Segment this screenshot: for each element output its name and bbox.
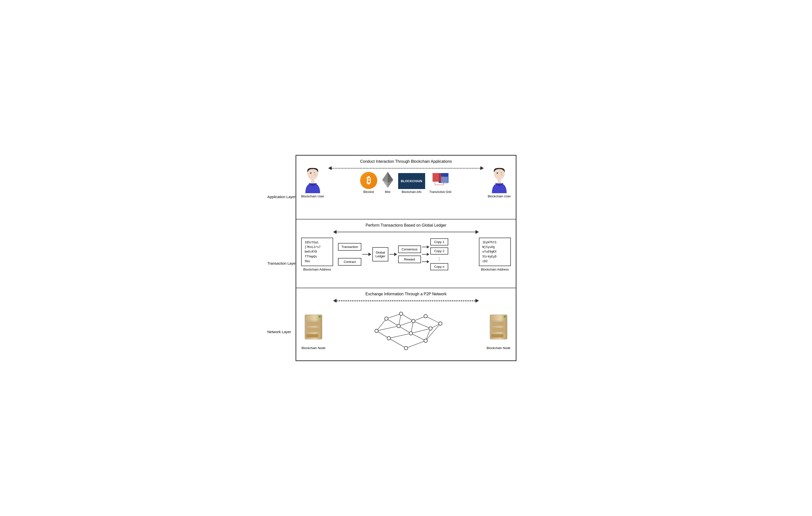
bitcoin-icon: ₿ xyxy=(360,172,377,189)
transactive-label: TransActive Grid xyxy=(430,190,452,194)
svg-line-46 xyxy=(406,341,426,348)
ethereum-icon xyxy=(381,171,395,189)
svg-line-47 xyxy=(426,323,440,341)
tx-arrow xyxy=(333,230,479,234)
svg-point-52 xyxy=(412,319,415,323)
svg-line-43 xyxy=(389,333,411,338)
arrow-copyn xyxy=(422,260,429,263)
consensus-box: Consensus xyxy=(398,246,421,253)
cr-col: Consensus Reward xyxy=(398,246,421,263)
svg-line-44 xyxy=(389,338,406,348)
left-address-box: 1Q5ztGyL j7KxL2rs7 bmVcKYD fTYmpQs 5bo xyxy=(301,238,333,266)
svg-rect-11 xyxy=(441,177,448,183)
left-user-icon xyxy=(302,166,324,193)
svg-line-41 xyxy=(426,328,431,341)
apps-row: ₿ Bitcoind Mist xyxy=(324,171,488,194)
svg-line-35 xyxy=(399,326,411,333)
svg-line-39 xyxy=(426,316,440,323)
layer-labels: Application Layer Transaction Layer Netw… xyxy=(267,155,297,361)
svg-point-23 xyxy=(319,316,321,318)
network-layer-section: Exchange Information Through a P2P Netwo… xyxy=(296,288,516,361)
reward-box: Reward xyxy=(398,256,421,263)
net-arrow-left xyxy=(333,299,337,303)
net-layer-title: Exchange Information Through a P2P Netwo… xyxy=(301,292,511,296)
svg-point-53 xyxy=(424,314,427,318)
svg-line-27 xyxy=(386,314,401,319)
left-server-icon xyxy=(301,312,326,344)
svg-point-50 xyxy=(375,329,378,333)
svg-line-29 xyxy=(386,319,399,326)
right-server-icon xyxy=(486,312,511,344)
inputs-col: Transaction Contract xyxy=(338,243,361,266)
svg-point-54 xyxy=(439,322,442,325)
svg-point-51 xyxy=(397,324,400,328)
svg-line-36 xyxy=(413,316,426,321)
svg-point-57 xyxy=(387,337,390,340)
svg-point-48 xyxy=(385,317,388,320)
svg-line-45 xyxy=(411,333,426,341)
copyn-box: Copy n xyxy=(430,263,448,270)
copies-col: Copy 1 Copy 2 ⋮ Copy n xyxy=(430,238,448,270)
transaction-box: Transaction xyxy=(338,243,361,251)
svg-point-14 xyxy=(497,173,498,174)
svg-rect-24 xyxy=(306,334,318,338)
svg-point-56 xyxy=(409,332,413,335)
svg-point-49 xyxy=(399,312,403,315)
svg-rect-9 xyxy=(433,173,441,182)
copy2-box: Copy 2 xyxy=(430,248,448,255)
arrow-left-head xyxy=(328,166,331,170)
net-layer-content: Blockchain Node xyxy=(301,306,511,355)
app-layer-title: Conduct Interaction Through Blockchain A… xyxy=(301,159,511,164)
left-address-label: Blockchain Address xyxy=(303,267,331,271)
net-layer-label: Network Layer xyxy=(267,287,297,356)
main-diagram: Conduct Interaction Through Blockchain A… xyxy=(295,155,517,361)
bitcoin-label: Bitcoind xyxy=(363,190,374,194)
ethereum-label: Mist xyxy=(385,190,390,194)
global-ledger-box: GlobalLedger xyxy=(372,247,388,261)
transaction-layer-section: Perform Transactions Based on Global Led… xyxy=(296,220,516,288)
blockchain-info-label: Blockchain.info xyxy=(402,190,422,194)
tx-arrow-left xyxy=(333,230,337,234)
arrow-copy2 xyxy=(422,253,429,256)
p2p-network-graph xyxy=(326,306,486,355)
left-server: Blockchain Node xyxy=(301,312,326,350)
tx-arrow-shaft xyxy=(337,232,475,232)
svg-point-3 xyxy=(314,172,315,173)
tx-arrow-right xyxy=(475,230,479,234)
application-layer-section: Conduct Interaction Through Blockchain A… xyxy=(296,155,516,220)
right-address-label: Blockchain Address xyxy=(481,267,509,271)
right-user: Blockchain User xyxy=(488,166,511,198)
tx-layer-title: Perform Transactions Based on Global Led… xyxy=(301,223,511,228)
svg-line-37 xyxy=(413,321,431,328)
bitcoin-app: ₿ Bitcoind xyxy=(360,172,377,194)
svg-point-2 xyxy=(310,173,311,174)
tx-layer-content: 1Q5ztGyL j7KxL2rs7 bmVcKYD fTYmpQs 5bo B… xyxy=(301,238,511,271)
svg-marker-5 xyxy=(387,172,393,183)
left-user: Blockchain User xyxy=(301,166,324,198)
dotted-line xyxy=(331,168,481,169)
svg-rect-68 xyxy=(491,334,503,338)
svg-point-55 xyxy=(429,327,432,330)
p2p-graph-svg xyxy=(357,306,455,355)
arrow-right-head xyxy=(481,166,484,170)
contract-box: Contract xyxy=(338,258,361,266)
app-layer-content: Blockchain User ₿ Bitcoind xyxy=(301,166,511,198)
left-server-label: Blockchain Node xyxy=(301,346,325,350)
svg-line-34 xyxy=(399,321,413,326)
blockchain-info-app: BLOCKCHAIN Blockchain.info xyxy=(398,173,425,194)
svg-point-15 xyxy=(501,172,502,173)
flow-row: Transaction Contract xyxy=(338,238,474,270)
right-address-box: 1EyH7htS WjSyuXg ofuE9gKX 5Sr4yEyD cD2 xyxy=(479,238,511,266)
left-user-label: Blockchain User xyxy=(301,194,324,198)
net-arrow-right xyxy=(475,299,479,303)
transactive-icon xyxy=(429,172,452,189)
net-dashed-line xyxy=(337,300,475,301)
app-layer-label: Application Layer xyxy=(267,155,297,219)
right-user-label: Blockchain User xyxy=(488,194,511,198)
right-server: Blockchain Node xyxy=(486,312,511,350)
arrow-copy1 xyxy=(422,246,429,249)
arrows-to-copies xyxy=(422,246,429,263)
svg-line-42 xyxy=(411,328,431,333)
svg-line-30 xyxy=(401,314,413,321)
svg-line-32 xyxy=(377,331,389,338)
